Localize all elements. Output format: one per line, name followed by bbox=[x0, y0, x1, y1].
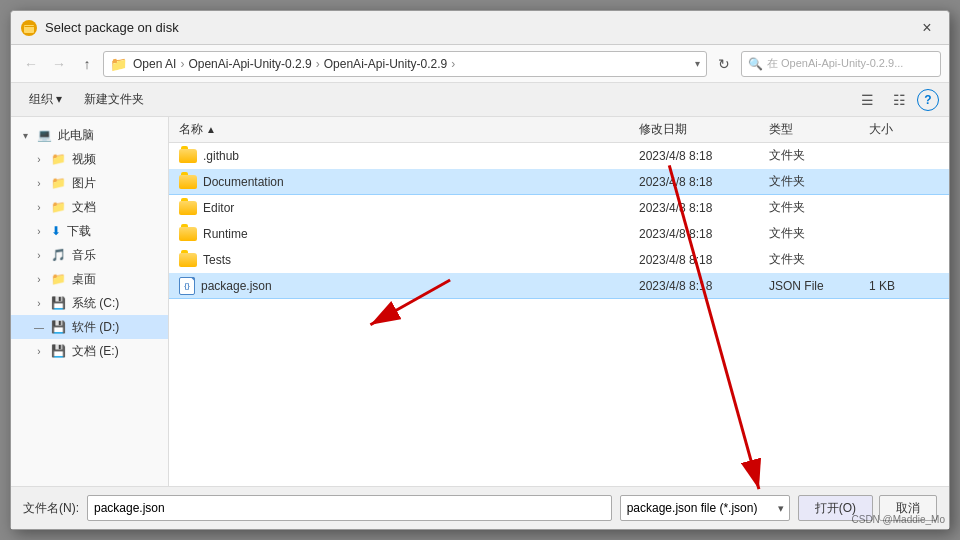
sidebar-label-desktop: 桌面 bbox=[72, 271, 96, 288]
breadcrumb-openai[interactable]: Open AI bbox=[133, 57, 176, 71]
title-bar: Select package on disk × bbox=[11, 11, 949, 45]
sidebar-item-drive-e[interactable]: › 💾 文档 (E:) bbox=[11, 339, 168, 363]
expand-icon-documents: › bbox=[33, 201, 45, 213]
documents-icon: 📁 bbox=[51, 200, 66, 214]
expand-icon-desktop: › bbox=[33, 273, 45, 285]
sidebar-label-drive-e: 文档 (E:) bbox=[72, 343, 119, 360]
dialog-title: Select package on disk bbox=[45, 20, 915, 35]
organize-button[interactable]: 组织 ▾ bbox=[21, 87, 70, 113]
file-dialog: Select package on disk × ← → ↑ 📁 Open AI… bbox=[10, 10, 950, 530]
expand-icon-videos: › bbox=[33, 153, 45, 165]
folder-icon bbox=[179, 253, 197, 267]
sidebar-item-downloads[interactable]: › ⬇ 下载 bbox=[11, 219, 168, 243]
breadcrumb-folder-icon: 📁 bbox=[110, 56, 127, 72]
sidebar-label-documents: 文档 bbox=[72, 199, 96, 216]
expand-icon: ▾ bbox=[19, 129, 31, 141]
sidebar-item-this-pc[interactable]: ▾ 💻 此电脑 bbox=[11, 123, 168, 147]
header-size[interactable]: 大小 bbox=[869, 121, 939, 138]
drive-e-icon: 💾 bbox=[51, 344, 66, 358]
breadcrumb-unity-2[interactable]: OpenAi-Api-Unity-0.2.9 bbox=[324, 57, 447, 71]
expand-icon-drivec: › bbox=[33, 297, 45, 309]
breadcrumb-bar[interactable]: 📁 Open AI › OpenAi-Api-Unity-0.2.9 › Ope… bbox=[103, 51, 707, 77]
file-row[interactable]: .github 2023/4/8 8:18 文件夹 bbox=[169, 143, 949, 169]
help-button[interactable]: ? bbox=[917, 89, 939, 111]
sidebar-label-videos: 视频 bbox=[72, 151, 96, 168]
header-date[interactable]: 修改日期 bbox=[639, 121, 769, 138]
drive-d-icon: 💾 bbox=[51, 320, 66, 334]
sidebar-item-music[interactable]: › 🎵 音乐 bbox=[11, 243, 168, 267]
toolbar-right: ☰ ☷ ? bbox=[853, 87, 939, 113]
view-details-button[interactable]: ☷ bbox=[885, 87, 913, 113]
search-icon: 🔍 bbox=[748, 57, 763, 71]
up-button[interactable]: ↑ bbox=[75, 52, 99, 76]
file-row-package-json[interactable]: {} package.json 2023/4/8 8:18 JSON File … bbox=[169, 273, 949, 299]
file-row-editor[interactable]: Editor 2023/4/8 8:18 文件夹 bbox=[169, 195, 949, 221]
header-type[interactable]: 类型 bbox=[769, 121, 869, 138]
json-file-icon: {} bbox=[179, 277, 195, 295]
music-icon: 🎵 bbox=[51, 248, 66, 262]
expand-icon-drivee: › bbox=[33, 345, 45, 357]
breadcrumb-unity-1[interactable]: OpenAi-Api-Unity-0.2.9 bbox=[188, 57, 311, 71]
file-row-tests[interactable]: Tests 2023/4/8 8:18 文件夹 bbox=[169, 247, 949, 273]
sidebar-label: 此电脑 bbox=[58, 127, 94, 144]
sidebar-label-pictures: 图片 bbox=[72, 175, 96, 192]
filetype-select[interactable]: package.json file (*.json) bbox=[620, 495, 790, 521]
expand-icon-music: › bbox=[33, 249, 45, 261]
file-row-documentation[interactable]: Documentation 2023/4/8 8:18 文件夹 bbox=[169, 169, 949, 195]
expand-icon-pictures: › bbox=[33, 177, 45, 189]
view-list-button[interactable]: ☰ bbox=[853, 87, 881, 113]
file-row-runtime[interactable]: Runtime 2023/4/8 8:18 文件夹 bbox=[169, 221, 949, 247]
search-placeholder: 在 OpenAi-Api-Unity-0.2.9... bbox=[767, 56, 903, 71]
address-bar: ← → ↑ 📁 Open AI › OpenAi-Api-Unity-0.2.9… bbox=[11, 45, 949, 83]
sidebar-item-documents[interactable]: › 📁 文档 bbox=[11, 195, 168, 219]
sidebar-label-drive-c: 系统 (C:) bbox=[72, 295, 119, 312]
close-button[interactable]: × bbox=[915, 16, 939, 40]
videos-icon: 📁 bbox=[51, 152, 66, 166]
expand-icon-downloads: › bbox=[33, 225, 45, 237]
refresh-button[interactable]: ↻ bbox=[711, 51, 737, 77]
computer-icon: 💻 bbox=[37, 128, 52, 142]
folder-icon bbox=[179, 227, 197, 241]
back-button[interactable]: ← bbox=[19, 52, 43, 76]
filename-label: 文件名(N): bbox=[23, 500, 79, 517]
toolbar: 组织 ▾ 新建文件夹 ☰ ☷ ? bbox=[11, 83, 949, 117]
main-content: ▾ 💻 此电脑 › 📁 视频 › 📁 图片 › 📁 文档 bbox=[11, 117, 949, 486]
dialog-icon bbox=[21, 20, 37, 36]
header-name[interactable]: 名称 ▲ bbox=[179, 121, 639, 138]
expand-icon-drived: — bbox=[33, 321, 45, 333]
sidebar: ▾ 💻 此电脑 › 📁 视频 › 📁 图片 › 📁 文档 bbox=[11, 117, 169, 486]
sidebar-item-drive-c[interactable]: › 💾 系统 (C:) bbox=[11, 291, 168, 315]
filetype-wrapper: package.json file (*.json) bbox=[620, 495, 790, 521]
filename-input[interactable] bbox=[87, 495, 612, 521]
file-list-area: 名称 ▲ 修改日期 类型 大小 .github 2023 bbox=[169, 117, 949, 486]
folder-icon bbox=[179, 201, 197, 215]
sidebar-label-drive-d: 软件 (D:) bbox=[72, 319, 119, 336]
folder-icon bbox=[179, 149, 197, 163]
downloads-icon: ⬇ bbox=[51, 224, 61, 238]
new-folder-button[interactable]: 新建文件夹 bbox=[76, 87, 152, 113]
sidebar-item-videos[interactable]: › 📁 视频 bbox=[11, 147, 168, 171]
folder-icon bbox=[179, 175, 197, 189]
sidebar-item-drive-d[interactable]: — 💾 软件 (D:) bbox=[11, 315, 168, 339]
bottom-bar: 文件名(N): package.json file (*.json) 打开(O)… bbox=[11, 486, 949, 529]
sidebar-label-music: 音乐 bbox=[72, 247, 96, 264]
search-bar[interactable]: 🔍 在 OpenAi-Api-Unity-0.2.9... bbox=[741, 51, 941, 77]
file-list-header: 名称 ▲ 修改日期 类型 大小 bbox=[169, 117, 949, 143]
watermark: CSDN @Maddie_Mo bbox=[851, 514, 945, 525]
forward-button[interactable]: → bbox=[47, 52, 71, 76]
sidebar-label-downloads: 下载 bbox=[67, 223, 91, 240]
breadcrumb-chevron: ▾ bbox=[695, 58, 700, 69]
pictures-icon: 📁 bbox=[51, 176, 66, 190]
sidebar-item-pictures[interactable]: › 📁 图片 bbox=[11, 171, 168, 195]
drive-c-icon: 💾 bbox=[51, 296, 66, 310]
sidebar-item-desktop[interactable]: › 📁 桌面 bbox=[11, 267, 168, 291]
desktop-icon: 📁 bbox=[51, 272, 66, 286]
